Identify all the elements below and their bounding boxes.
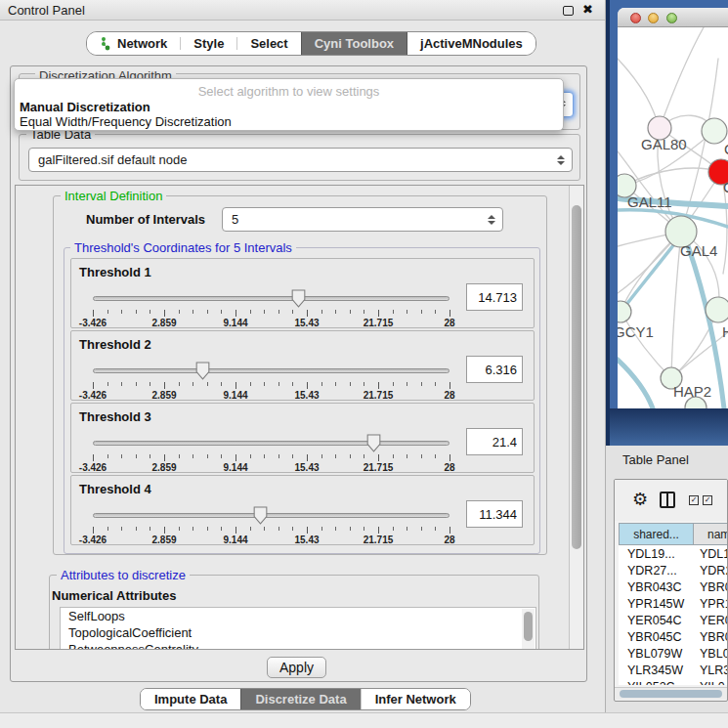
- slider-track[interactable]: [93, 513, 450, 518]
- cell-shared-name[interactable]: YBR043C: [619, 580, 693, 594]
- checkbox-icon[interactable]: ✓: [689, 495, 699, 505]
- combo-stepper-icon: [557, 155, 565, 165]
- numerical-attributes-list[interactable]: SelfLoopsTopologicalCoefficientBetweenne…: [60, 607, 536, 650]
- attribute-list-item[interactable]: SelfLoops: [61, 608, 535, 624]
- attributes-scrollbar[interactable]: [522, 609, 535, 650]
- cell-shared-name[interactable]: YIL052C: [619, 680, 693, 686]
- slider-thumb[interactable]: [195, 362, 210, 380]
- tab-discretize-data[interactable]: Discretize Data: [240, 689, 360, 709]
- threshold-2-value-field[interactable]: [466, 356, 523, 383]
- table-panel-title: Table Panel: [622, 452, 689, 467]
- cell-name[interactable]: YBR0: [693, 630, 728, 644]
- table-row[interactable]: YBR045CYBR0: [619, 628, 728, 645]
- table-row[interactable]: YDL19...YDL1: [619, 545, 728, 562]
- tab-style[interactable]: Style: [181, 32, 236, 55]
- tab-cyni-toolbox[interactable]: Cyni Toolbox: [301, 32, 407, 55]
- scrollbar-thumb[interactable]: [620, 690, 722, 698]
- network-window-titlebar[interactable]: [618, 8, 728, 27]
- column-header-name[interactable]: name: [693, 523, 728, 545]
- column-header-shared-name[interactable]: shared...: [619, 523, 694, 545]
- table-row[interactable]: YBL079WYBL0: [619, 645, 728, 662]
- threshold-4-slider[interactable]: -3.4262.8599.14415.4321.71528: [93, 505, 450, 542]
- minimize-traffic-light-icon[interactable]: [648, 13, 659, 23]
- threshold-2-slider[interactable]: -3.4262.8599.14415.4321.71528: [93, 361, 450, 398]
- threshold-1-value-field[interactable]: [466, 283, 523, 311]
- table-body[interactable]: YDL19...YDL1YDR27...YDR2YBR043CYBR0YPR14…: [619, 545, 728, 685]
- table-row[interactable]: YPR145WYPR1: [619, 595, 728, 612]
- slider-track[interactable]: [93, 296, 450, 301]
- cell-name[interactable]: YER0: [693, 614, 728, 627]
- slider-track[interactable]: [93, 441, 450, 446]
- threshold-4-title: Threshold 4: [79, 482, 151, 496]
- tick-label: 21.715: [364, 535, 394, 545]
- column-layout-icon[interactable]: [660, 492, 675, 508]
- slider-track[interactable]: [93, 368, 450, 373]
- table-row[interactable]: YER054CYER0: [619, 612, 728, 628]
- float-window-icon[interactable]: [563, 6, 574, 16]
- number-of-intervals-combobox[interactable]: 5: [222, 207, 503, 232]
- threshold-coordinates-label: Threshold's Coordinates for 5 Intervals: [70, 240, 296, 255]
- table-row[interactable]: YLR345WYLR3: [619, 662, 728, 678]
- network-edge[interactable]: [624, 168, 721, 186]
- tab-network[interactable]: Network: [87, 32, 180, 55]
- bottom-strip: [0, 712, 728, 728]
- close-traffic-light-icon[interactable]: [630, 13, 641, 23]
- slider-major-ticks: [93, 527, 450, 534]
- close-icon[interactable]: ✖: [582, 2, 593, 17]
- table-row[interactable]: YIL052CYIL0: [619, 678, 728, 685]
- scrollbar-thumb[interactable]: [572, 205, 581, 549]
- tab-infer-network[interactable]: Infer Network: [361, 689, 470, 709]
- tab-jactivemnodules[interactable]: jActiveMNodules: [407, 32, 535, 55]
- cell-shared-name[interactable]: YDR27...: [619, 564, 693, 578]
- threshold-1-panel: Threshold 1 -3.4262.8599.14415.4321.7152…: [70, 258, 535, 328]
- cell-shared-name[interactable]: YER054C: [619, 614, 693, 627]
- cell-name[interactable]: YLR3: [693, 664, 728, 677]
- attribute-list-item[interactable]: BetweennessCentrality: [61, 641, 535, 650]
- attribute-list-item[interactable]: TopologicalCoefficient: [61, 624, 535, 641]
- cell-shared-name[interactable]: YDL19...: [619, 547, 693, 561]
- tick-label: 28: [444, 318, 454, 328]
- cell-name[interactable]: YBL0: [693, 647, 728, 661]
- network-node[interactable]: [618, 301, 631, 322]
- network-edge[interactable]: [660, 27, 704, 128]
- cell-name[interactable]: YDL1: [693, 547, 728, 561]
- table-row[interactable]: YDR27...YDR2: [619, 562, 728, 578]
- slider-thumb[interactable]: [366, 434, 381, 452]
- threshold-3-value-field[interactable]: [466, 428, 523, 455]
- cell-shared-name[interactable]: YLR345W: [619, 664, 693, 677]
- tick-label: 21.715: [364, 390, 394, 401]
- slider-thumb[interactable]: [253, 506, 268, 525]
- network-edge[interactable]: [619, 236, 681, 315]
- tab-impute-data[interactable]: Impute Data: [141, 689, 240, 709]
- gear-icon[interactable]: ⚙: [632, 490, 648, 509]
- cell-name[interactable]: YBR0: [693, 580, 728, 594]
- cell-shared-name[interactable]: YBR045C: [619, 630, 693, 644]
- scrollbar-thumb[interactable]: [524, 612, 533, 641]
- cell-shared-name[interactable]: YPR145W: [619, 597, 693, 611]
- node-label: GAL80: [641, 136, 687, 152]
- table-data-combobox[interactable]: galFiltered.sif default node: [28, 148, 573, 172]
- zoom-traffic-light-icon[interactable]: [666, 13, 677, 23]
- network-node[interactable]: [706, 297, 728, 322]
- settings-vertical-scrollbar[interactable]: [569, 186, 583, 649]
- cell-shared-name[interactable]: YBL079W: [619, 647, 693, 661]
- slider-thumb[interactable]: [291, 289, 306, 308]
- network-canvas[interactable]: GAL80GACGAL11GAL4GCY1HHAP2: [618, 27, 728, 408]
- cell-name[interactable]: YPR1: [693, 597, 728, 611]
- option-manual-discretization[interactable]: Manual Discretization: [20, 100, 150, 114]
- network-edge[interactable]: [618, 360, 653, 408]
- table-row[interactable]: YBR043CYBR0: [619, 578, 728, 595]
- interval-definition-label: Interval Definition: [61, 189, 166, 203]
- slider-major-ticks: [93, 382, 450, 389]
- threshold-4-value-field[interactable]: [466, 500, 523, 528]
- tab-select[interactable]: Select: [237, 32, 300, 55]
- option-equal-width-frequency[interactable]: Equal Width/Frequency Discretization: [20, 114, 232, 129]
- checkbox-icon[interactable]: ✓: [703, 495, 712, 505]
- threshold-3-slider[interactable]: -3.4262.8599.14415.4321.71528: [93, 433, 450, 470]
- cell-name[interactable]: YDR2: [693, 564, 728, 578]
- tick-label: 21.715: [364, 318, 394, 328]
- table-horizontal-scrollbar[interactable]: [615, 687, 727, 700]
- cell-name[interactable]: YIL0: [693, 680, 725, 686]
- apply-button[interactable]: Apply: [267, 657, 326, 678]
- threshold-1-slider[interactable]: -3.4262.8599.14415.4321.71528: [93, 288, 450, 325]
